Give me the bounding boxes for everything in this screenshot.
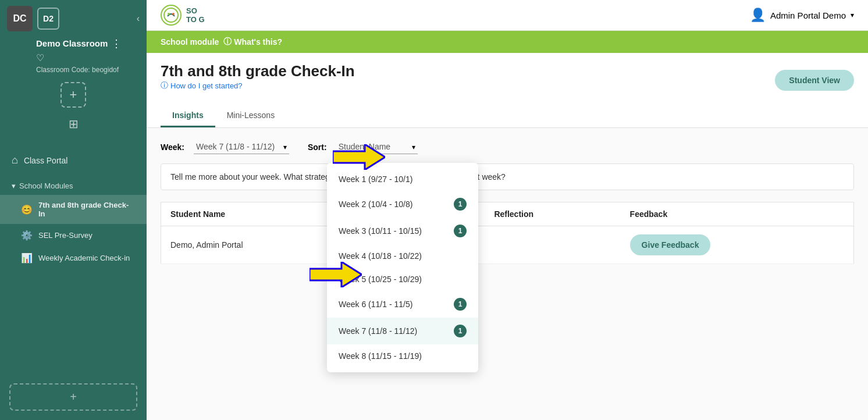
main-nav: ⌂ Class Portal (0, 144, 147, 177)
module-icon-sel-survey: ⚙️ (21, 230, 33, 241)
module-label-checkin: 7th and 8th grade Check-In (38, 201, 135, 218)
week-badge: 1 (454, 325, 467, 337)
give-feedback-button[interactable]: Give Feedback (630, 234, 711, 255)
logo-icon (161, 5, 182, 26)
how-to-start-link[interactable]: ⓘ How do I get started? (161, 80, 355, 91)
sort-label: Sort: (308, 143, 327, 152)
add-module-button[interactable]: + (9, 383, 137, 411)
school-module-label: School module (161, 37, 219, 47)
week-option-label: Week 7 (11/8 - 11/12) (339, 326, 417, 336)
week-option-label: Week 8 (11/15 - 11/19) (339, 351, 422, 361)
admin-user-name: Admin Portal Demo (770, 10, 846, 20)
user-icon: 👤 (750, 8, 766, 23)
sidebar: DC D2 ‹ Demo Classroom ⋮ ♡ Classroom Cod… (0, 0, 147, 420)
week-option-3[interactable]: Week 3 (10/11 - 10/15)1 (327, 218, 478, 244)
logo-text: SOTO G (186, 6, 205, 24)
top-header: SOTO G 👤 Admin Portal Demo ▾ (147, 0, 868, 31)
module-icon-checkin: 😊 (21, 204, 33, 215)
favorite-button[interactable]: ♡ (36, 52, 122, 63)
admin-user-menu[interactable]: 👤 Admin Portal Demo ▾ (750, 8, 854, 23)
what-this-button[interactable]: ⓘ What's this? (223, 37, 282, 47)
student-name-sort-select[interactable]: Student Name (336, 140, 418, 154)
week-badge: 1 (454, 225, 467, 237)
classroom-code: Classroom Code: beogidof (36, 66, 122, 74)
week-dropdown[interactable]: Week 7 (11/8 - 11/12) ▾ (194, 140, 289, 154)
school-module-banner: School module ⓘ What's this? (147, 31, 868, 53)
classroom-name: Demo Classroom (36, 38, 108, 49)
week-badge: 1 (454, 198, 467, 211)
week-option-6[interactable]: Week 6 (11/1 - 11/5)1 (327, 291, 478, 318)
tabs-row: InsightsMini-Lessons (161, 105, 854, 127)
week-option-5[interactable]: Week 5 (10/25 - 10/29) (327, 268, 478, 291)
school-modules-header[interactable]: ▾ School Modules (0, 177, 147, 195)
table-row: Demo, Admin Portal Give Feedback (161, 226, 854, 264)
week-option-8[interactable]: Week 8 (11/15 - 11/19) (327, 344, 478, 368)
page-header: 7th and 8th grade Check-In ⓘ How do I ge… (147, 53, 868, 128)
week-option-7[interactable]: Week 7 (11/8 - 11/12)1 (327, 318, 478, 344)
week-option-label: Week 2 (10/4 - 10/8) (339, 200, 412, 209)
table-body: Demo, Admin Portal Give Feedback (161, 226, 854, 264)
collapse-sidebar-button[interactable]: ‹ (137, 13, 140, 24)
main-content: SOTO G 👤 Admin Portal Demo ▾ School modu… (147, 0, 868, 420)
col-header-reflection: Reflection (485, 202, 620, 226)
svg-point-1 (168, 13, 170, 15)
grid-view-button[interactable]: ⊞ (69, 117, 79, 131)
week-badge: 1 (454, 298, 467, 311)
avatar-dc: DC (7, 6, 33, 31)
avatar-d2[interactable]: D2 (37, 8, 59, 30)
school-modules-label: School Modules (19, 181, 73, 190)
week-select[interactable]: Week 7 (11/8 - 11/12) (194, 140, 289, 154)
col-header-feedback: Feedback (621, 202, 854, 226)
home-icon: ⌂ (12, 154, 18, 166)
module-icon-academic: 📊 (21, 252, 33, 264)
classroom-menu-button[interactable]: ⋮ (111, 37, 122, 50)
class-portal-label: Class Portal (24, 156, 67, 165)
table-header: Student NameFeelingReflectionFeedback (161, 202, 854, 226)
week-option-label: Week 4 (10/18 - 10/22) (339, 251, 422, 261)
sidebar-item-sel-survey[interactable]: ⚙️SEL Pre-Survey (0, 224, 147, 247)
module-label-academic: Weekly Academic Check-in (38, 254, 130, 262)
add-classroom-button[interactable]: + (61, 82, 86, 108)
week-option-label: Week 6 (11/1 - 11/5) (339, 300, 412, 309)
week-option-label: Week 3 (10/11 - 10/15) (339, 226, 422, 236)
student-table: Student NameFeelingReflectionFeedback De… (161, 202, 854, 264)
sidebar-bottom: + (0, 374, 147, 420)
feedback-cell: Give Feedback (621, 226, 854, 264)
sidebar-item-academic[interactable]: 📊Weekly Academic Check-in (0, 247, 147, 269)
chevron-down-icon: ▾ (12, 181, 16, 190)
week-option-2[interactable]: Week 2 (10/4 - 10/8)1 (327, 191, 478, 218)
module-label-sel-survey: SEL Pre-Survey (38, 231, 93, 240)
svg-point-2 (172, 13, 175, 15)
week-dropdown-menu[interactable]: Week 1 (9/27 - 10/1)Week 2 (10/4 - 10/8)… (327, 163, 478, 372)
tab-insights[interactable]: Insights (161, 105, 215, 127)
how-to-start-label: How do I get started? (170, 81, 243, 90)
content-area: Week: Week 7 (11/8 - 11/12) ▾ Sort: Stud… (147, 128, 868, 420)
student-view-button[interactable]: Student View (775, 70, 854, 91)
page-title: 7th and 8th grade Check-In (161, 62, 355, 80)
week-option-4[interactable]: Week 4 (10/18 - 10/22) (327, 244, 478, 268)
week-option-label: Week 1 (9/27 - 10/1) (339, 175, 412, 184)
svg-point-0 (164, 8, 178, 22)
user-menu-caret: ▾ (851, 11, 854, 19)
week-option-1[interactable]: Week 1 (9/27 - 10/1) (327, 168, 478, 191)
info-icon: ⓘ (223, 37, 232, 47)
tab-mini-lessons[interactable]: Mini-Lessons (215, 105, 286, 127)
sidebar-item-checkin[interactable]: 😊7th and 8th grade Check-In (0, 195, 147, 224)
week-label: Week: (161, 143, 184, 152)
sidebar-item-class-portal[interactable]: ⌂ Class Portal (0, 148, 147, 172)
info-icon-small: ⓘ (161, 80, 168, 91)
reflection-prompt: Tell me more about your week. What strat… (161, 163, 854, 190)
reflection-cell (485, 226, 620, 264)
controls-row: Week: Week 7 (11/8 - 11/12) ▾ Sort: Stud… (161, 140, 854, 154)
logo-area: SOTO G (161, 5, 205, 26)
week-option-label: Week 5 (10/25 - 10/29) (339, 275, 422, 284)
what-this-label: What's this? (234, 37, 282, 47)
modules-list: 😊7th and 8th grade Check-In⚙️SEL Pre-Sur… (0, 195, 147, 269)
